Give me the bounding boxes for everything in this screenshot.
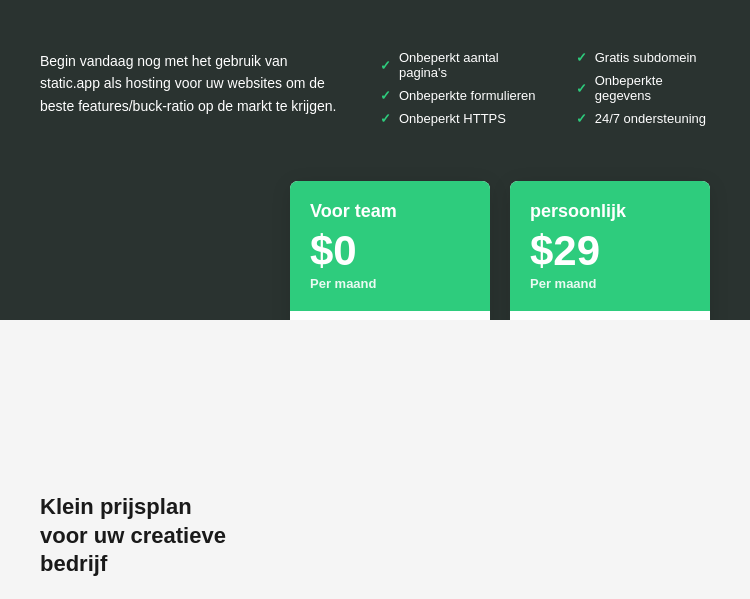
feature-item-1: ✓ Onbeperkt aantal pagina's	[380, 50, 536, 80]
feature-item-4: ✓ Gratis subdomein	[576, 50, 710, 65]
card-period-team: Per maand	[310, 276, 470, 291]
white-section: Klein prijsplan voor uw creatieve bedrij…	[0, 320, 750, 599]
feature-label-6: 24/7 ondersteuning	[595, 111, 706, 126]
feature-item-6: ✓ 24/7 ondersteuning	[576, 111, 710, 126]
tagline-line1: Klein prijsplan	[40, 494, 192, 519]
feature-label-1: Onbeperkt aantal pagina's	[399, 50, 536, 80]
card-title-team: Voor team	[310, 201, 470, 222]
card-price-personal: $29	[530, 230, 690, 272]
features-col-2: ✓ Gratis subdomein ✓ Onbeperkte gegevens…	[576, 50, 710, 126]
features-grid: ✓ Onbeperkt aantal pagina's ✓ Onbeperkte…	[380, 40, 710, 126]
check-icon-1: ✓	[380, 58, 391, 73]
intro-text-block: Begin vandaag nog met het gebruik van st…	[40, 40, 340, 117]
feature-label-2: Onbeperkte formulieren	[399, 88, 536, 103]
check-icon-5: ✓	[576, 81, 587, 96]
tagline-line2: voor uw creatieve	[40, 523, 226, 548]
card-header-personal: persoonlijk $29 Per maand	[510, 181, 710, 311]
feature-item-3: ✓ Onbeperkt HTTPS	[380, 111, 536, 126]
page-wrapper: Begin vandaag nog met het gebruik van st…	[0, 0, 750, 599]
feature-label-4: Gratis subdomein	[595, 50, 697, 65]
bottom-tagline: Klein prijsplan voor uw creatieve bedrij…	[40, 493, 226, 579]
check-icon-2: ✓	[380, 88, 391, 103]
check-icon-3: ✓	[380, 111, 391, 126]
card-period-personal: Per maand	[530, 276, 690, 291]
feature-item-2: ✓ Onbeperkte formulieren	[380, 88, 536, 103]
card-title-personal: persoonlijk	[530, 201, 690, 222]
card-header-team: Voor team $0 Per maand	[290, 181, 490, 311]
features-col-1: ✓ Onbeperkt aantal pagina's ✓ Onbeperkte…	[380, 50, 536, 126]
tagline-heading: Klein prijsplan voor uw creatieve bedrij…	[40, 493, 226, 579]
feature-label-3: Onbeperkt HTTPS	[399, 111, 506, 126]
feature-item-5: ✓ Onbeperkte gegevens	[576, 73, 710, 103]
check-icon-6: ✓	[576, 111, 587, 126]
intro-paragraph: Begin vandaag nog met het gebruik van st…	[40, 50, 340, 117]
check-icon-4: ✓	[576, 50, 587, 65]
card-price-team: $0	[310, 230, 470, 272]
tagline-line3: bedrijf	[40, 551, 107, 576]
feature-label-5: Onbeperkte gegevens	[595, 73, 710, 103]
dark-section: Begin vandaag nog met het gebruik van st…	[0, 0, 750, 320]
